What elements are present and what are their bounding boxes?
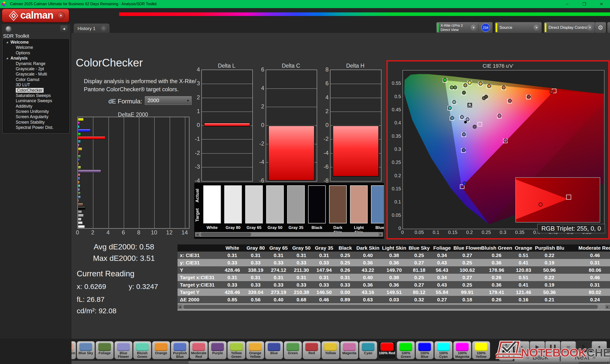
sidebar-collapse-button[interactable]: ◀ [60, 26, 67, 32]
scroll-left-icon[interactable]: ◀ [178, 304, 182, 309]
meter-dropdown[interactable]: X-Rite i1Pro 2 Direct View ▼ 234 [436, 22, 493, 33]
settings-button[interactable]: ⚙ [595, 22, 606, 33]
source-dropdown[interactable]: Source ▼ [495, 22, 542, 33]
pattern-up-button[interactable]: ▲ [499, 341, 513, 347]
sidebar-item-welcome[interactable]: Welcome [3, 45, 69, 50]
sidebar-item-label: Welcome [11, 40, 29, 45]
patch-yellow-green[interactable]: Yellow Green [227, 341, 246, 359]
meter-count-badge[interactable]: 234 [481, 23, 490, 32]
transport-refresh-button[interactable]: ↻ [576, 341, 591, 352]
tab-history-1[interactable]: History 1 [74, 24, 99, 33]
add-tab-button[interactable]: + [99, 24, 109, 33]
swatch-scrollbar[interactable]: ◀ ▶ [195, 232, 383, 237]
patch-foliage[interactable]: Foliage [96, 341, 114, 359]
cie-measured-point [473, 125, 477, 129]
patch-yellow[interactable]: Yellow [322, 341, 339, 359]
axis-tick-label: 0.1 [394, 199, 401, 205]
sidebar-item-grayscale-2pt[interactable]: Grayscale - 2pt [3, 66, 69, 71]
patch-cyan[interactable]: Cyan [359, 341, 377, 359]
sidebar-item-screen-stability[interactable]: Screen Stability [3, 120, 69, 125]
table-cell: 0.25 [454, 282, 481, 288]
scroll-left-icon[interactable]: ◀ [195, 232, 200, 237]
patch-light-skin[interactable]: Light Skin [71, 341, 76, 359]
results-table: WhiteGray 80Gray 65Gray 50Gray 35BlackDa… [178, 244, 610, 311]
sidebar-item-analysis[interactable]: ◢Analysis [3, 55, 69, 61]
minimize-button[interactable]: – [558, 0, 576, 8]
scroll-right-icon[interactable]: ▶ [378, 232, 383, 237]
patch-purple[interactable]: Purple [208, 341, 227, 359]
sidebar-item-screen-angularity[interactable]: Screen Angularity [3, 114, 69, 119]
delta-l-plot [201, 70, 253, 182]
close-button[interactable]: ✕ [593, 0, 610, 8]
patch-orange[interactable]: Orange [152, 341, 170, 359]
sidebar-item-options[interactable]: Options [3, 50, 69, 55]
patch-100-green[interactable]: 100% Green [397, 341, 415, 359]
patch-moderate-red[interactable]: Moderate Red [190, 341, 208, 359]
transport-stop-small-button[interactable]: ▪ [514, 341, 530, 352]
scrollbar-thumb[interactable] [201, 233, 251, 236]
cie-measured-point [464, 83, 467, 87]
patch-blue-sky[interactable]: Blue Sky [77, 341, 95, 359]
sidebar-item-3d-lut[interactable]: 3D LUT [3, 82, 69, 87]
patch-100-blue[interactable]: 100% Blue [415, 341, 434, 359]
axis-tick-label: 8 [137, 229, 140, 236]
back-button[interactable]: « Back [514, 352, 560, 362]
sidebar-item-additivity[interactable]: Additivity [3, 104, 69, 109]
table-col-header-foliage: Foliage [430, 245, 454, 251]
sidebar-item-screen-uniformity[interactable]: Screen Uniformity [3, 109, 69, 114]
patch-100-yellow[interactable]: 100% Yellow [472, 341, 490, 359]
deltae-bar-black [78, 207, 85, 210]
maximize-button[interactable]: ❐ [576, 0, 593, 8]
display-control-dropdown[interactable]: Direct Display Control ▼ [544, 22, 595, 33]
cie-measured-point [468, 81, 472, 85]
sidebar-item-luminance-sweeps[interactable]: Luminance Sweeps [3, 98, 69, 104]
calman-logo-menu[interactable]: calman ▼ [2, 9, 69, 22]
panel-collapse-button[interactable]: ◀ [607, 22, 610, 33]
patch-purplish-blue[interactable]: Purplish Blue [171, 341, 189, 359]
patch-magenta[interactable]: Magenta [340, 341, 358, 359]
stop-button[interactable] [499, 347, 513, 361]
transport-loop-button[interactable]: ∞ [561, 341, 576, 352]
axis-tick-label: 0.1 [433, 230, 439, 235]
patch-100-cyan[interactable]: 100% Cyan [434, 341, 453, 359]
patch-color [362, 343, 375, 351]
table-cell: 0.31 [221, 275, 244, 280]
transport-pattern-button[interactable]: ❚❚ [545, 341, 560, 352]
sidebar-item-welcome[interactable]: ◢Welcome [3, 39, 69, 45]
patch-red[interactable]: Red [303, 341, 321, 359]
deltae-bar-orange-yellow [78, 162, 79, 165]
sidebar-item-color-gamut[interactable]: Color Gamut [3, 77, 69, 82]
patch-100-red[interactable]: 100% Red [378, 341, 396, 359]
table-cell: 0.25 [335, 252, 355, 258]
patch-blue-flower[interactable]: Blue Flower [114, 341, 132, 359]
table-row-label: x: CIE31 [178, 252, 221, 258]
logo-dropdown-button[interactable]: ▼ [57, 12, 65, 20]
scroll-right-icon[interactable]: ▶ [605, 304, 610, 309]
patch-green[interactable]: Green [284, 341, 302, 359]
sidebar-item-grayscale-multi[interactable]: Grayscale - Multi [3, 71, 69, 77]
actual-label: Actual [195, 186, 200, 205]
patch-label: Red [303, 351, 320, 355]
patch-color [324, 343, 337, 351]
transport-record-button[interactable]: ● [592, 341, 607, 352]
table-scrollbar[interactable]: ◀ ▶ [178, 304, 610, 309]
next-button[interactable]: Next » [560, 352, 610, 362]
gridline [330, 98, 381, 98]
sidebar-item-saturation-sweeps[interactable]: Saturation Sweeps [3, 93, 69, 98]
reading-y: y: 0.3247 [129, 283, 158, 291]
table-cell: 0.31 [267, 252, 290, 258]
sidebar-item-label: Luminance Sweeps [16, 98, 52, 103]
axis-tick-label: 10 [151, 229, 157, 236]
scrollbar-thumb[interactable] [183, 305, 598, 309]
patch-bluish-green[interactable]: Bluish Green [133, 341, 151, 359]
patch-100-magenta[interactable]: 100% Magenta [453, 341, 471, 359]
de-formula-select[interactable]: 2000 ▼ [145, 96, 192, 105]
table-cell: 121.46 [512, 289, 535, 295]
sidebar-item-dynamic-range[interactable]: Dynamic Range [3, 61, 69, 66]
sidebar-item-spectral-power-dist[interactable]: Spectral Power Dist. [3, 125, 69, 130]
transport-play-button[interactable]: ▶ [530, 341, 545, 352]
patch-blue[interactable]: Blue [265, 341, 283, 359]
sidebar-item-colorchecker[interactable]: ColorChecker [3, 88, 69, 93]
patch-orange-yellow[interactable]: Orange Yellow [246, 341, 264, 359]
cie-title: CIE 1976 u'v' [482, 63, 513, 69]
